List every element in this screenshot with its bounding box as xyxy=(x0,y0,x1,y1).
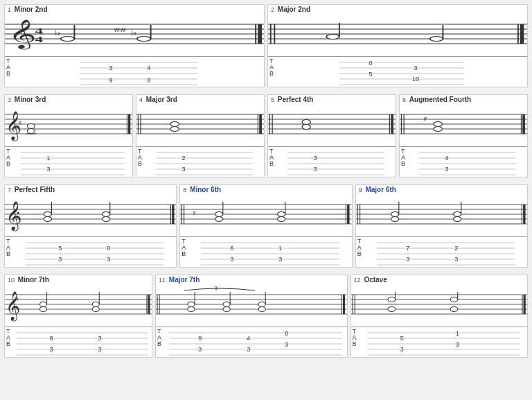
measure-9-staff xyxy=(356,195,527,236)
row-4: 10 Minor 7th 𝄞 ♯ xyxy=(3,273,529,359)
measure-12: 12 Octave xyxy=(351,275,528,358)
svg-text:3: 3 xyxy=(454,256,458,263)
measure-9: 9 Major 6th xyxy=(355,184,528,268)
svg-point-233 xyxy=(258,307,265,312)
svg-text:3: 3 xyxy=(198,346,202,353)
svg-text:3: 3 xyxy=(107,256,110,263)
svg-point-35 xyxy=(430,37,443,42)
svg-point-158 xyxy=(278,212,285,217)
svg-text:3: 3 xyxy=(181,166,185,173)
svg-text:3: 3 xyxy=(406,256,409,263)
svg-point-75 xyxy=(170,122,179,127)
svg-text:0: 0 xyxy=(285,330,288,337)
svg-point-202 xyxy=(39,307,46,312)
measure-12-staff xyxy=(351,285,527,327)
svg-text:♭: ♭ xyxy=(54,28,61,37)
svg-point-182 xyxy=(453,212,461,217)
measure-5: 5 Perfect 4th xyxy=(267,94,396,177)
measure-8: 8 Minor 6th ♯ xyxy=(179,184,352,268)
measure-1-label: 1 Minor 2nd xyxy=(5,5,264,15)
svg-point-256 xyxy=(388,307,396,312)
svg-text:3: 3 xyxy=(414,64,417,71)
staff-svg-2 xyxy=(268,15,527,56)
svg-point-13 xyxy=(137,37,151,42)
row-3: 7 Perfect Fifth 𝄞 xyxy=(3,183,529,269)
svg-text:3: 3 xyxy=(214,285,218,291)
svg-text:0: 0 xyxy=(107,245,110,252)
svg-text:3: 3 xyxy=(58,256,62,263)
measure-1-tab: T A B 3 9 4 8 xyxy=(5,56,264,87)
measure-6-tab: T A B 4 3 xyxy=(400,146,527,177)
svg-point-181 xyxy=(453,217,461,222)
svg-text:5: 5 xyxy=(400,335,403,342)
measure-8-tab: T A B 6 3 1 3 xyxy=(180,236,351,267)
measure-6-staff: ♯ xyxy=(400,105,527,146)
svg-text:8: 8 xyxy=(147,77,150,84)
svg-text:0: 0 xyxy=(369,60,372,67)
svg-point-205 xyxy=(92,307,99,312)
svg-text:3: 3 xyxy=(98,346,101,353)
svg-point-154 xyxy=(215,217,223,222)
svg-text:♯: ♯ xyxy=(18,119,21,127)
tab-lines-svg-1: 3 9 4 8 xyxy=(15,58,263,86)
svg-text:♯: ♯ xyxy=(423,115,427,123)
tab-lines-svg-2: 0 5 3 10 xyxy=(278,58,526,86)
svg-point-257 xyxy=(388,297,396,302)
svg-point-33 xyxy=(326,35,339,40)
measure-1-staff: 𝄞 4 4 ♭ ## ♭ xyxy=(5,15,264,56)
svg-text:4: 4 xyxy=(35,35,44,44)
svg-text:𝄞: 𝄞 xyxy=(8,19,37,50)
measure-2-tab: T A B 0 5 3 10 xyxy=(268,56,527,87)
svg-text:3: 3 xyxy=(313,155,317,162)
svg-point-155 xyxy=(215,212,223,217)
svg-text:4: 4 xyxy=(445,155,448,162)
svg-text:2: 2 xyxy=(454,245,458,252)
row-1: 1 Minor 2nd 𝄞 4 4 ♭ xyxy=(3,3,529,89)
measure-11-staff: 3 xyxy=(156,285,347,327)
svg-point-93 xyxy=(302,120,310,125)
svg-point-260 xyxy=(450,297,458,302)
measure-3-tab: T A B 1 3 xyxy=(5,146,132,177)
measure-2-staff xyxy=(268,15,527,56)
svg-point-56 xyxy=(27,124,35,129)
svg-text:7: 7 xyxy=(406,245,409,252)
svg-text:3: 3 xyxy=(313,166,317,173)
svg-point-178 xyxy=(391,217,398,222)
svg-text:9: 9 xyxy=(109,77,112,84)
main-page: 1 Minor 2nd 𝄞 4 4 ♭ xyxy=(0,0,532,366)
svg-text:♯: ♯ xyxy=(193,210,196,217)
measure-10-tab: T A B 8 3 3 3 xyxy=(5,327,152,357)
measure-3: 3 Minor 3rd 𝄞 ♯ xyxy=(4,94,133,177)
svg-text:3: 3 xyxy=(455,341,459,348)
measure-7-tab: T A B 5 3 0 3 xyxy=(5,236,176,267)
svg-text:6: 6 xyxy=(230,245,233,252)
measure-5-tab: T A B 3 3 xyxy=(268,146,396,177)
svg-point-203 xyxy=(39,302,46,307)
svg-text:3: 3 xyxy=(98,335,101,342)
svg-text:3: 3 xyxy=(285,341,288,348)
svg-text:3: 3 xyxy=(247,346,250,353)
svg-text:8: 8 xyxy=(49,335,53,342)
measure-1: 1 Minor 2nd 𝄞 4 4 ♭ xyxy=(4,4,265,87)
svg-text:3: 3 xyxy=(445,166,448,173)
svg-point-206 xyxy=(92,302,99,307)
svg-text:♭: ♭ xyxy=(130,28,137,37)
svg-point-129 xyxy=(44,217,51,222)
svg-text:##: ## xyxy=(114,26,126,33)
svg-text:10: 10 xyxy=(412,76,419,82)
measure-2-label: 2 Major 2nd xyxy=(268,5,527,15)
measure-4: 4 Major 3rd xyxy=(136,94,265,177)
svg-text:♯: ♯ xyxy=(16,296,19,303)
measure-3-staff: 𝄞 ♯ xyxy=(5,105,132,146)
svg-point-9 xyxy=(61,37,75,42)
svg-text:3: 3 xyxy=(46,166,50,173)
svg-point-92 xyxy=(302,125,310,130)
svg-point-231 xyxy=(223,302,230,307)
svg-point-227 xyxy=(188,307,195,312)
svg-text:4: 4 xyxy=(247,335,250,342)
svg-text:𝄞: 𝄞 xyxy=(6,201,21,232)
svg-text:3: 3 xyxy=(109,64,112,71)
row-2: 3 Minor 3rd 𝄞 ♯ xyxy=(3,93,529,179)
svg-text:5: 5 xyxy=(369,71,372,78)
svg-point-112 xyxy=(434,127,442,132)
